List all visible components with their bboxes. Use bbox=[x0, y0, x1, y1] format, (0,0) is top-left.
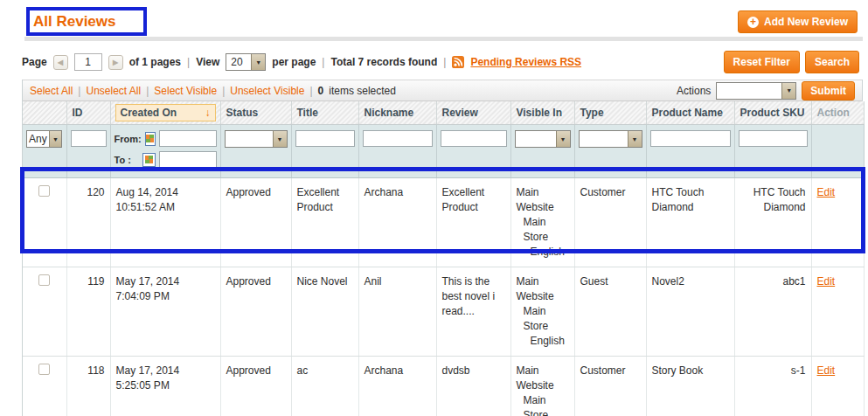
select-all-link[interactable]: Select All bbox=[30, 85, 73, 97]
filter-date-to-input[interactable] bbox=[159, 151, 217, 168]
filter-product-name-input[interactable] bbox=[650, 130, 731, 147]
filter-type-cell: ▼ bbox=[574, 125, 646, 178]
cell-id: 119 bbox=[66, 267, 110, 357]
add-new-review-label: Add New Review bbox=[764, 16, 848, 28]
items-selected-label: items selected bbox=[329, 85, 396, 97]
cell-status: Approved bbox=[220, 357, 291, 416]
next-page-button[interactable]: ▶ bbox=[108, 55, 123, 70]
edit-link[interactable]: Edit bbox=[817, 186, 836, 198]
chevron-down-icon: ▼ bbox=[49, 131, 61, 147]
add-new-review-button[interactable]: + Add New Review bbox=[738, 10, 858, 33]
cell-status: Approved bbox=[220, 178, 291, 267]
plus-icon: + bbox=[747, 17, 759, 28]
cell-review: dvdsb bbox=[436, 357, 510, 416]
filter-any-cell: Any ▼ bbox=[23, 125, 66, 178]
mass-select-mode-dropdown[interactable]: Any ▼ bbox=[26, 130, 62, 148]
cell-status: Approved bbox=[220, 267, 291, 357]
filter-created-on-cell: From: To : bbox=[110, 125, 220, 178]
table-row[interactable]: 120 Aug 14, 2014 10:51:52 AM Approved Ex… bbox=[23, 178, 864, 267]
header-created-on[interactable]: Created On ↓ bbox=[110, 101, 220, 125]
cell-title: Excellent Product bbox=[291, 178, 358, 267]
page-label: Page bbox=[22, 56, 47, 68]
filter-product-sku-input[interactable] bbox=[739, 130, 808, 147]
actions-select-value bbox=[717, 83, 726, 99]
cell-created-on: May 17, 2014 5:25:05 PM bbox=[110, 357, 220, 416]
per-page-select[interactable]: 20 ▼ bbox=[226, 53, 266, 71]
row-checkbox[interactable] bbox=[38, 274, 50, 286]
select-visible-link[interactable]: Select Visible bbox=[154, 85, 217, 97]
previous-page-button[interactable]: ◀ bbox=[53, 55, 68, 70]
cell-nickname: Archana bbox=[358, 357, 436, 416]
header-id[interactable]: ID bbox=[66, 101, 110, 125]
filter-product-name-cell bbox=[646, 125, 734, 178]
separator: | bbox=[443, 56, 446, 68]
reset-filter-button[interactable]: Reset Filter bbox=[724, 51, 800, 73]
reviews-table: ID Created On ↓ Status Title Nickname Re… bbox=[23, 101, 865, 416]
all-reviews-page: All Reviews + Add New Review Page ◀ ▶ of… bbox=[0, 0, 868, 416]
filter-review-cell bbox=[436, 125, 510, 178]
chevron-down-icon: ▼ bbox=[273, 131, 287, 147]
filter-review-input[interactable] bbox=[441, 130, 507, 147]
table-row[interactable]: 119 May 17, 2014 7:04:09 PM Approved Nic… bbox=[23, 267, 864, 357]
header-nickname[interactable]: Nickname bbox=[358, 101, 436, 125]
edit-link[interactable]: Edit bbox=[817, 364, 836, 377]
unselect-visible-link[interactable]: Unselect Visible bbox=[230, 85, 304, 97]
header-row: ID Created On ↓ Status Title Nickname Re… bbox=[23, 101, 864, 125]
view-label: View bbox=[196, 56, 219, 68]
filter-row: Any ▼ From: To : bbox=[23, 125, 864, 178]
filter-title-cell bbox=[291, 125, 358, 178]
separator: | bbox=[222, 85, 225, 97]
edit-link[interactable]: Edit bbox=[817, 275, 836, 288]
filter-type-select[interactable]: ▼ bbox=[579, 130, 642, 148]
search-button[interactable]: Search bbox=[805, 51, 859, 73]
filter-action-cell bbox=[811, 125, 864, 178]
filter-date-from-input[interactable] bbox=[159, 130, 217, 147]
cell-product-name: Story Book bbox=[646, 357, 734, 416]
header-action: Action bbox=[811, 101, 864, 125]
filter-status-select[interactable]: ▼ bbox=[225, 130, 288, 148]
to-label: To : bbox=[115, 155, 139, 165]
calendar-icon[interactable] bbox=[145, 132, 156, 146]
page-number-input[interactable] bbox=[74, 53, 102, 71]
cell-nickname: Anil bbox=[358, 267, 436, 357]
total-pages-label: of 1 pages bbox=[129, 56, 181, 68]
items-selected-count: 0 bbox=[318, 85, 324, 97]
header-visible-in[interactable]: Visible In bbox=[510, 101, 574, 125]
chevron-down-icon: ▼ bbox=[251, 54, 265, 70]
header-title[interactable]: Title bbox=[291, 101, 358, 125]
unselect-all-link[interactable]: Unselect All bbox=[86, 85, 141, 97]
cell-nickname: Archana bbox=[358, 178, 436, 267]
row-checkbox[interactable] bbox=[38, 185, 50, 197]
filter-nickname-input[interactable] bbox=[363, 130, 433, 147]
separator: | bbox=[309, 85, 312, 97]
filter-title-input[interactable] bbox=[295, 130, 355, 147]
header-status[interactable]: Status bbox=[220, 101, 291, 125]
header-product-name[interactable]: Product Name bbox=[646, 101, 734, 125]
filter-visible-in-select[interactable]: ▼ bbox=[515, 130, 571, 148]
row-checkbox[interactable] bbox=[38, 364, 50, 375]
cell-product-name: Novel2 bbox=[646, 267, 734, 357]
filter-visible-in-cell: ▼ bbox=[510, 125, 574, 178]
cell-product-sku: s-1 bbox=[734, 357, 811, 416]
header-product-sku[interactable]: Product SKU bbox=[734, 101, 811, 125]
cell-type: Customer bbox=[574, 357, 646, 416]
filter-id-input[interactable] bbox=[71, 130, 107, 147]
header-type[interactable]: Type bbox=[574, 101, 646, 125]
chevron-down-icon: ▼ bbox=[556, 131, 570, 147]
filter-nickname-cell bbox=[358, 125, 436, 178]
reviews-grid: Select All | Unselect All | Select Visib… bbox=[22, 80, 863, 416]
calendar-icon[interactable] bbox=[142, 153, 156, 167]
table-row[interactable]: 118 May 17, 2014 5:25:05 PM Approved ac … bbox=[23, 357, 864, 416]
pending-reviews-rss-link[interactable]: Pending Reviews RSS bbox=[470, 56, 581, 68]
rss-icon bbox=[452, 56, 464, 68]
actions-select[interactable]: ▼ bbox=[716, 82, 796, 100]
submit-button[interactable]: Submit bbox=[802, 81, 855, 101]
header-review[interactable]: Review bbox=[436, 101, 510, 125]
cell-title: Nice Novel bbox=[291, 267, 358, 357]
cell-review: This is the best novel i read.... bbox=[436, 267, 510, 357]
chevron-down-icon: ▼ bbox=[781, 83, 795, 99]
filter-status-cell: ▼ bbox=[220, 125, 291, 178]
filter-id-cell bbox=[66, 125, 110, 178]
separator: | bbox=[146, 85, 149, 97]
cell-product-name: HTC Touch Diamond bbox=[646, 178, 734, 267]
